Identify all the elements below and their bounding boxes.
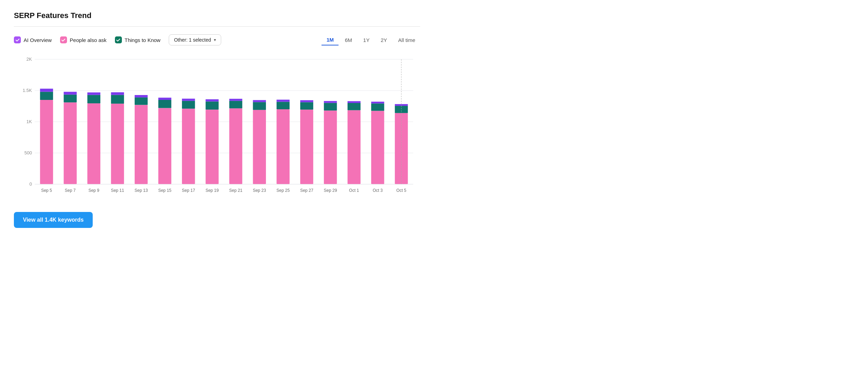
svg-rect-62 [348,110,360,184]
svg-rect-47 [253,102,266,110]
svg-text:Sep 21: Sep 21 [229,188,242,193]
bar-chart: 05001K1.5K2KSep 5Sep 7Sep 9Sep 11Sep 13S… [14,56,420,202]
svg-rect-50 [277,109,290,184]
svg-text:Sep 15: Sep 15 [158,188,172,193]
svg-rect-60 [324,101,337,103]
svg-text:Sep 17: Sep 17 [182,188,195,193]
svg-rect-63 [348,103,360,110]
svg-text:Sep 11: Sep 11 [111,188,124,193]
svg-rect-19 [87,95,100,103]
svg-rect-64 [348,101,360,103]
svg-rect-35 [182,101,195,109]
svg-rect-26 [135,105,148,184]
svg-rect-12 [40,89,53,92]
checkbox-ai-overview[interactable] [14,36,21,43]
svg-rect-27 [135,97,148,105]
svg-rect-39 [206,102,218,110]
svg-rect-14 [64,102,76,184]
legend-item-things-to-know[interactable]: Things to Know [115,36,160,43]
chart-area: 05001K1.5K2KSep 5Sep 7Sep 9Sep 11Sep 13S… [14,56,420,202]
svg-text:Sep 29: Sep 29 [324,188,337,193]
svg-rect-67 [371,103,384,111]
svg-text:Sep 13: Sep 13 [135,188,148,193]
time-filter-2y[interactable]: 2Y [376,35,392,45]
legend-label-things-to-know: Things to Know [125,37,160,43]
svg-text:Oct 5: Oct 5 [397,188,407,193]
svg-text:Sep 19: Sep 19 [206,188,219,193]
time-filter-1y[interactable]: 1Y [358,35,374,45]
svg-text:Sep 25: Sep 25 [276,188,290,193]
svg-rect-28 [135,95,148,97]
view-keywords-button[interactable]: View all 1.4K keywords [14,212,93,228]
svg-rect-56 [300,100,313,102]
legend-label-ai-overview: AI Overview [24,37,52,43]
checkbox-people-also-ask[interactable] [60,36,67,43]
svg-rect-66 [371,111,384,185]
svg-rect-18 [87,103,100,184]
svg-rect-43 [229,101,242,109]
page-title: SERP Features Trend [14,11,420,20]
svg-rect-31 [158,100,171,108]
svg-rect-55 [300,102,313,110]
svg-rect-10 [40,100,53,184]
svg-text:500: 500 [24,150,32,155]
dropdown-label: Other: 1 selected [174,37,211,43]
svg-rect-58 [324,111,337,184]
legend-item-ai-overview[interactable]: AI Overview [14,36,52,43]
svg-rect-44 [229,99,242,101]
time-filter-1m[interactable]: 1M [322,35,339,45]
controls-row: AI Overview People also ask Things to Kn… [14,34,420,45]
time-filter-all[interactable]: All time [393,35,420,45]
svg-text:2K: 2K [26,57,32,62]
svg-text:Oct 3: Oct 3 [373,188,383,193]
svg-text:Sep 7: Sep 7 [65,188,76,193]
svg-rect-48 [253,100,266,102]
svg-rect-15 [64,95,76,103]
svg-text:Sep 27: Sep 27 [300,188,313,193]
svg-text:0: 0 [30,181,32,187]
svg-rect-20 [87,92,100,95]
time-filters: 1M6M1Y2YAll time [322,35,420,45]
svg-rect-52 [277,100,290,102]
svg-rect-24 [111,92,124,95]
svg-text:1K: 1K [26,119,32,124]
time-filter-6m[interactable]: 6M [340,35,357,45]
svg-rect-30 [158,108,171,184]
svg-rect-11 [40,92,53,100]
legend-label-people-also-ask: People also ask [70,37,107,43]
svg-rect-71 [395,106,408,113]
svg-rect-34 [182,109,195,184]
other-dropdown[interactable]: Other: 1 selected ▾ [169,34,221,45]
svg-text:Sep 23: Sep 23 [253,188,266,193]
svg-rect-36 [182,99,195,101]
svg-rect-68 [371,102,384,103]
svg-rect-16 [64,92,76,95]
svg-rect-51 [277,102,290,109]
svg-rect-40 [206,99,218,101]
legend-filters: AI Overview People also ask Things to Kn… [14,34,221,45]
divider [14,26,420,27]
checkbox-things-to-know[interactable] [115,36,122,43]
svg-text:Sep 5: Sep 5 [41,188,52,193]
svg-rect-42 [229,108,242,184]
svg-rect-38 [206,110,218,184]
legend-item-people-also-ask[interactable]: People also ask [60,36,107,43]
svg-rect-46 [253,110,266,184]
svg-rect-22 [111,104,124,184]
svg-rect-59 [324,103,337,111]
chevron-down-icon: ▾ [214,37,216,42]
svg-text:1.5K: 1.5K [23,88,32,93]
svg-rect-32 [158,98,171,100]
svg-text:Oct 1: Oct 1 [349,188,359,193]
svg-rect-54 [300,110,313,184]
svg-rect-23 [111,95,124,104]
svg-text:Sep 9: Sep 9 [89,188,100,193]
